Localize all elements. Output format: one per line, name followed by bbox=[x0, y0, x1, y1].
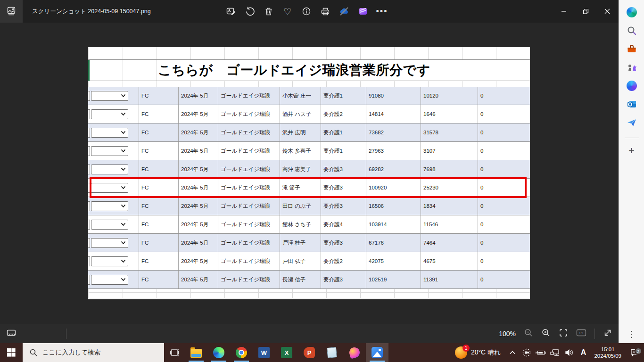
edit-image-button[interactable] bbox=[225, 6, 237, 17]
show-hidden-icons-button[interactable] bbox=[505, 350, 520, 355]
cell-amount: 3107 bbox=[421, 142, 478, 160]
taskbar-search-input[interactable]: ここに入力して検索 bbox=[23, 343, 164, 362]
cell-name: 酒井 ハス子 bbox=[280, 105, 321, 123]
cell-month: 2024年 5月 bbox=[179, 252, 218, 270]
photo-icon bbox=[6, 6, 17, 16]
trash-icon bbox=[264, 7, 273, 16]
print-button[interactable] bbox=[320, 6, 331, 17]
info-icon bbox=[302, 7, 311, 16]
taskbar-excel[interactable]: X bbox=[275, 343, 298, 362]
cropped-control-stub bbox=[88, 146, 90, 156]
cell-zero: 0 bbox=[478, 160, 530, 178]
restore-button[interactable] bbox=[575, 0, 596, 23]
cell-fc: FC bbox=[139, 197, 179, 215]
chevron-down-icon bbox=[121, 259, 126, 263]
weather-widget[interactable]: 1 20°C 晴れ bbox=[450, 346, 506, 359]
network-status-button[interactable] bbox=[548, 349, 562, 356]
taskbar-word[interactable]: W bbox=[253, 343, 275, 362]
battery-status-button[interactable] bbox=[534, 349, 548, 356]
taskbar-chrome[interactable] bbox=[230, 343, 253, 362]
sidebar-divider bbox=[625, 138, 639, 138]
info-button[interactable] bbox=[301, 6, 312, 17]
start-button[interactable] bbox=[0, 343, 23, 362]
games-button[interactable] bbox=[625, 61, 638, 74]
actual-size-button[interactable]: 1:1 bbox=[576, 329, 586, 339]
edge-sidebar: + ⋮ bbox=[619, 0, 644, 343]
chevron-down-icon bbox=[121, 112, 126, 116]
cell-name: 田口 のぶ子 bbox=[280, 197, 321, 215]
search-placeholder: ここに入力して検索 bbox=[42, 348, 100, 357]
ellipsis-icon: ••• bbox=[376, 7, 388, 16]
sidebar-search-button[interactable] bbox=[625, 24, 638, 37]
cell-fc: FC bbox=[139, 123, 179, 141]
red-highlight-box bbox=[90, 177, 527, 198]
chevron-down-icon bbox=[121, 241, 126, 245]
green-edge-marker bbox=[88, 60, 90, 81]
taskbar-powerpoint[interactable]: P bbox=[298, 343, 321, 362]
copilot-button[interactable] bbox=[625, 6, 638, 19]
volume-button[interactable] bbox=[562, 349, 576, 356]
see-more-button[interactable]: ••• bbox=[376, 6, 388, 17]
close-button[interactable] bbox=[596, 0, 618, 23]
cell-care-level: 要介護3 bbox=[321, 271, 366, 288]
taskbar-edge[interactable] bbox=[207, 343, 230, 362]
cell-office: ゴールドエイジ瑞浪 bbox=[218, 87, 280, 105]
screenshot-row-dropdown bbox=[91, 91, 128, 101]
cell-fc: FC bbox=[139, 160, 179, 178]
task-view-button[interactable] bbox=[164, 343, 185, 362]
title-bar: スクリーンショット 2024-05-09 150047.png ♡ bbox=[0, 0, 619, 23]
sidebar-more-button[interactable]: ⋮ bbox=[627, 329, 636, 339]
photos-icon bbox=[372, 347, 383, 358]
cell-month: 2024年 5月 bbox=[179, 215, 218, 233]
image-viewer-canvas: こちらが ゴールドエイジ瑞浪営業所分です FC 2024年 5月 ゴールドエイジ… bbox=[0, 23, 619, 324]
cloud-slash-icon bbox=[339, 6, 350, 17]
onedrive-unavailable-button[interactable] bbox=[339, 6, 350, 17]
cell-office: ゴールドエイジ瑞浪 bbox=[218, 234, 280, 252]
cell-care-level: 要介護3 bbox=[321, 197, 366, 215]
cropped-control-stub bbox=[88, 220, 90, 230]
cropped-control-stub bbox=[88, 256, 90, 266]
fit-to-window-button[interactable] bbox=[559, 328, 568, 339]
microsoft-365-button[interactable] bbox=[625, 79, 638, 92]
tools-button[interactable] bbox=[625, 42, 638, 56]
taskbar-clock[interactable]: 15:01 2024/05/09 bbox=[590, 346, 625, 359]
edge-icon bbox=[213, 347, 224, 358]
table-row: FC 2024年 5月 ゴールドエイジ瑞浪 戸田 弘子 要介護2 42075 4… bbox=[88, 252, 530, 271]
table-row: FC 2024年 5月 ゴールドエイジ瑞浪 長瀬 信子 要介護3 102519 … bbox=[88, 271, 530, 289]
cell-units: 14814 bbox=[366, 105, 421, 123]
meet-now-button[interactable] bbox=[520, 348, 534, 357]
table-row: FC 2024年 5月 ゴールドエイジ瑞浪 鈴木 多喜子 要介護1 27963 … bbox=[88, 142, 530, 160]
cell-name: 戸澤 桂子 bbox=[280, 234, 321, 252]
cell-name: 館林 さち子 bbox=[280, 215, 321, 233]
cell-zero: 0 bbox=[478, 87, 530, 105]
cropped-control-stub bbox=[88, 238, 90, 248]
filmstrip-toggle-button[interactable] bbox=[6, 327, 17, 340]
cell-care-level: 要介護4 bbox=[321, 215, 366, 233]
zoom-in-button[interactable] bbox=[541, 328, 551, 339]
screenshot-row-dropdown bbox=[91, 128, 128, 138]
outlook-button[interactable] bbox=[625, 98, 638, 111]
photos-app-icon[interactable] bbox=[0, 0, 23, 23]
action-center-button[interactable]: 2 bbox=[625, 348, 644, 357]
cell-name: 戸田 弘子 bbox=[280, 252, 321, 270]
rotate-button[interactable] bbox=[244, 6, 256, 17]
cell-units: 27963 bbox=[366, 142, 421, 160]
drop-button[interactable] bbox=[625, 116, 638, 129]
taskbar-photos[interactable] bbox=[366, 343, 388, 362]
zoom-out-button[interactable] bbox=[524, 328, 533, 339]
meet-now-icon bbox=[522, 348, 531, 357]
fit-to-window-icon bbox=[559, 328, 568, 337]
add-sidebar-app-button[interactable]: + bbox=[628, 145, 635, 157]
copilot-icon bbox=[627, 7, 637, 17]
fullscreen-button[interactable] bbox=[603, 328, 612, 339]
favorite-button[interactable]: ♡ bbox=[282, 6, 293, 17]
clipchamp-button[interactable] bbox=[357, 6, 369, 17]
taskbar-notepad[interactable] bbox=[321, 343, 343, 362]
table-row: FC 2024年 5月 ゴールドエイジ瑞浪 田口 のぶ子 要介護3 16506 … bbox=[88, 197, 530, 215]
toolbox-icon bbox=[627, 44, 637, 54]
taskbar-file-explorer[interactable] bbox=[185, 343, 207, 362]
ime-mode-indicator[interactable]: A bbox=[576, 348, 590, 357]
taskbar-paint3d[interactable] bbox=[343, 343, 366, 362]
minimize-button[interactable] bbox=[553, 0, 575, 23]
delete-button[interactable] bbox=[263, 6, 274, 17]
